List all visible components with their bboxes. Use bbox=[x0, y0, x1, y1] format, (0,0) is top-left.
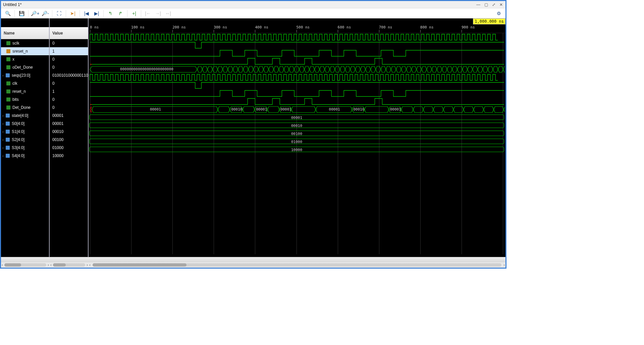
signal-name-oDetDone[interactable]: oDet_Done bbox=[1, 63, 49, 71]
minimize-button[interactable]: — bbox=[476, 2, 481, 7]
signal-label: clk bbox=[12, 81, 17, 86]
zoom-out-icon[interactable]: 🔎- bbox=[41, 9, 50, 18]
wave-row-S440[interactable]: 10000 bbox=[89, 146, 505, 154]
signal-value-clk[interactable]: 0 bbox=[50, 79, 88, 87]
signal-name-S040[interactable]: ›S0[4:0] bbox=[1, 120, 49, 128]
signal-value-sresetn[interactable]: 1 bbox=[50, 47, 88, 55]
ruler-tick: 700 ns bbox=[379, 25, 392, 29]
wave-row-x[interactable] bbox=[89, 49, 505, 57]
swap-markers-icon[interactable]: ↔| bbox=[163, 9, 173, 18]
const-bus: 00010 bbox=[89, 123, 504, 128]
time-ruler[interactable]: 0 ns100 ns200 ns300 ns400 ns500 ns600 ns… bbox=[89, 24, 505, 33]
add-marker-icon[interactable]: +| bbox=[129, 9, 139, 18]
signal-value-x[interactable]: 0 bbox=[50, 55, 88, 63]
next-transition-icon[interactable]: ↱ bbox=[116, 9, 125, 18]
waveform-panel[interactable]: 1,000.000 ns ▴ 0 ns100 ns200 ns300 ns400… bbox=[89, 18, 505, 257]
signal-value-bits[interactable]: 0 bbox=[50, 95, 88, 104]
const-bus: 00100 bbox=[89, 131, 504, 136]
name-column-header[interactable]: Name bbox=[1, 27, 49, 39]
signal-name-clk[interactable]: clk bbox=[1, 79, 49, 87]
maximize-button[interactable]: ⤢ bbox=[491, 2, 496, 7]
wave-hscroll[interactable]: ‹› bbox=[89, 262, 505, 268]
signal-value-seqs230[interactable]: 010010100000011001101010 bbox=[50, 71, 88, 79]
signal-label: Det_Done bbox=[12, 105, 31, 110]
signal-name-seqs230[interactable]: ›seqs[23:0] bbox=[1, 71, 49, 79]
waveform-body[interactable]: 0000000000000000000000000000100010000010… bbox=[89, 33, 505, 254]
signal-name-sresetn[interactable]: sreset_n bbox=[1, 47, 49, 55]
signal-label: reset_n bbox=[12, 89, 26, 94]
signal-type-icon bbox=[6, 114, 10, 118]
signal-value-S040[interactable]: 00001 bbox=[50, 120, 88, 128]
names-hscroll[interactable]: ‹› bbox=[1, 262, 50, 268]
signal-type-icon bbox=[6, 89, 10, 93]
wave-row-S040[interactable]: 00001 bbox=[89, 114, 505, 122]
signal-name-bits[interactable]: bits bbox=[1, 95, 49, 104]
expand-icon[interactable]: › bbox=[2, 146, 6, 150]
go-to-cursor-icon[interactable]: ➤| bbox=[68, 9, 77, 18]
expand-icon[interactable]: › bbox=[2, 130, 6, 134]
ruler-tick: 400 ns bbox=[255, 25, 268, 29]
signal-name-S240[interactable]: ›S2[4:0] bbox=[1, 136, 49, 144]
signal-name-resetn[interactable]: reset_n bbox=[1, 87, 49, 95]
wave-row-sclk[interactable] bbox=[89, 33, 505, 41]
signal-value-resetn[interactable]: 1 bbox=[50, 87, 88, 95]
wave-row-S340[interactable]: 01000 bbox=[89, 138, 505, 146]
expand-icon[interactable]: › bbox=[2, 114, 6, 118]
ruler-tick: 600 ns bbox=[338, 25, 351, 29]
ruler-tick: 100 ns bbox=[131, 25, 145, 29]
value-column-header[interactable]: Value bbox=[50, 27, 88, 39]
ruler-tick: 800 ns bbox=[420, 25, 434, 29]
expand-icon[interactable]: › bbox=[2, 138, 6, 142]
signal-type-icon bbox=[6, 97, 10, 101]
signal-value-DetDone[interactable]: 0 bbox=[50, 104, 88, 112]
close-button[interactable]: ✕ bbox=[499, 2, 503, 7]
const-bus-label: 01000 bbox=[291, 140, 302, 144]
signal-value-sclk[interactable]: 0 bbox=[50, 39, 88, 47]
wave-row-S140[interactable]: 00010 bbox=[89, 122, 505, 130]
signal-value-S240[interactable]: 00100 bbox=[50, 136, 88, 144]
signal-value-S340[interactable]: 01000 bbox=[50, 144, 88, 152]
signal-name-x[interactable]: x bbox=[1, 55, 49, 63]
signal-name-S340[interactable]: ›S3[4:0] bbox=[1, 144, 49, 152]
prev-marker-icon[interactable]: |← bbox=[143, 9, 153, 18]
search-icon[interactable]: 🔍 bbox=[3, 9, 12, 18]
signal-value-state40[interactable]: 00001 bbox=[50, 112, 88, 120]
signal-name-sclk[interactable]: sclk bbox=[1, 39, 49, 47]
wave-row-DetDone[interactable] bbox=[89, 97, 505, 106]
ruler-tick: 0 ns bbox=[90, 25, 99, 29]
expand-icon[interactable]: › bbox=[2, 74, 6, 77]
wave-row-state40[interactable]: 00001000100000100001000010001000001 bbox=[89, 106, 505, 114]
values-panel: Value 0100010010100000011001101010010000… bbox=[50, 18, 89, 257]
signal-name-DetDone[interactable]: Det_Done bbox=[1, 104, 49, 112]
zoom-fit-icon[interactable]: ⛶ bbox=[54, 9, 64, 18]
go-first-icon[interactable]: |◀ bbox=[82, 9, 91, 18]
expand-icon[interactable]: › bbox=[2, 154, 6, 158]
const-bus-label: 00100 bbox=[291, 132, 302, 136]
wave-row-S240[interactable]: 00100 bbox=[89, 130, 505, 138]
restore-button[interactable]: ▢ bbox=[484, 2, 489, 7]
wave-row-bits[interactable] bbox=[89, 89, 505, 97]
wave-row-clk[interactable] bbox=[89, 73, 505, 81]
signal-name-state40[interactable]: ›state[4:0] bbox=[1, 112, 49, 120]
signal-name-S440[interactable]: ›S4[4:0] bbox=[1, 152, 49, 160]
zoom-in-icon[interactable]: 🔎+ bbox=[31, 9, 40, 18]
ruler-tick: 900 ns bbox=[462, 25, 475, 29]
wave-row-oDetDone[interactable] bbox=[89, 57, 505, 65]
signal-name-S140[interactable]: ›S1[4:0] bbox=[1, 128, 49, 136]
save-icon[interactable]: 💾 bbox=[17, 9, 26, 18]
next-marker-icon[interactable]: →| bbox=[153, 9, 163, 18]
signal-value-S140[interactable]: 00010 bbox=[50, 128, 88, 136]
wave-row-seqs230[interactable]: 000000000000000000000000 bbox=[89, 65, 505, 73]
signal-label: seqs[23:0] bbox=[12, 73, 30, 78]
settings-icon[interactable]: ⚙ bbox=[494, 9, 503, 18]
go-last-icon[interactable]: ▶| bbox=[92, 9, 101, 18]
signal-value-S440[interactable]: 10000 bbox=[50, 152, 88, 160]
prev-transition-icon[interactable]: ↰ bbox=[106, 9, 115, 18]
signal-value-oDetDone[interactable]: 0 bbox=[50, 63, 88, 71]
bus-label: 000000000000000000000000 bbox=[120, 67, 173, 71]
values-hscroll[interactable]: ‹› bbox=[50, 262, 89, 268]
wave-row-sresetn[interactable] bbox=[89, 41, 505, 49]
wave-row-resetn[interactable] bbox=[89, 81, 505, 89]
expand-icon[interactable]: › bbox=[2, 122, 6, 126]
signal-label: state[4:0] bbox=[12, 113, 28, 118]
